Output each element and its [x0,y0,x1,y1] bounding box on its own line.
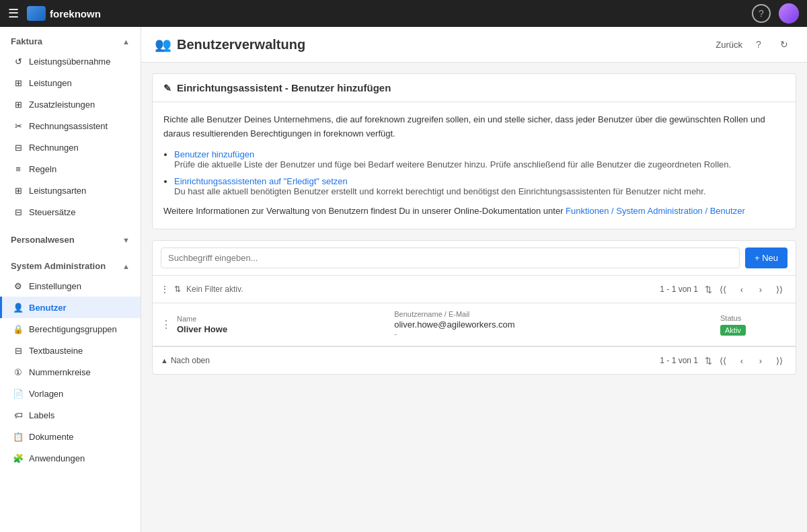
footer-pagination-next[interactable]: › [753,352,769,369]
status-column-header: Status [720,314,787,322]
app-logo: foreknown [27,6,101,21]
user-email-dash: - [394,330,720,339]
sidebar-section-header-faktura[interactable]: Faktura ▲ [0,32,141,50]
sidebar-item-anwendungen[interactable]: 🧩 Anwendungen [0,447,141,469]
toolbar-dots-icon[interactable]: ⋮ [161,284,169,294]
sidebar-item-label: Zusatzleistungen [29,100,95,110]
sidebar-item-label: Leistungsarten [29,186,86,196]
sidebar-section-label-system-admin: System Administration [11,261,106,271]
sidebar-item-label: Leistungsübernahme [29,56,110,67]
einstellungen-icon: ⚙ [13,280,24,291]
pagination-first[interactable]: ⟨⟨ [715,281,731,297]
sidebar-item-dokumente[interactable]: 📋 Dokumente [0,426,141,447]
avatar[interactable] [779,3,799,24]
setup-box: ✎ Einrichtungsassistent - Benutzer hinzu… [152,73,796,229]
cell-status: Status Aktiv [720,314,787,336]
sidebar-item-label: Benutzer [29,303,67,313]
pagination-last[interactable]: ⟩⟩ [771,281,787,297]
sidebar-item-zusatzleistungen[interactable]: ⊞ Zusatzleistungen [0,93,141,115]
setup-info-link[interactable]: Funktionen / System Administration / Ben… [566,206,745,216]
sidebar-item-label: Labels [29,410,54,420]
topbar: ☰ foreknown ? [0,0,807,27]
back-to-top-button[interactable]: ▲ Nach oben [161,356,210,365]
labels-icon: 🏷 [13,410,24,420]
sidebar-item-textbausteine[interactable]: ⊟ Textbausteine [0,340,141,361]
filter-icon[interactable]: ⇅ [174,284,181,294]
footer-pagination-prev[interactable]: ‹ [734,352,750,369]
setup-list-item-2: Einrichtungsassistenten auf "Erledigt" s… [174,176,785,196]
sidebar-item-regeln[interactable]: ≡ Regeln [0,158,141,180]
user-name: Oliver Howe [177,324,394,334]
header-help-button[interactable]: ? [749,35,768,54]
row-dots-button[interactable]: ⋮ [161,319,177,330]
setup-description: Richte alle Benutzer Deines Unternehmens… [163,113,785,141]
chevron-up-icon: ▲ [122,38,130,46]
setup-list-item-1: Benutzer hinzufügen Prüfe die aktuelle L… [174,149,785,169]
sidebar-item-nummernkreise[interactable]: ① Nummernkreise [0,361,141,383]
berechtigungsgruppen-icon: 🔒 [13,324,24,334]
sidebar-item-label: Berechtigungsgruppen [29,324,117,334]
footer-pagination-first[interactable]: ⟨⟨ [715,352,731,369]
sidebar-item-leistungsuebernahme[interactable]: ↺ Leistungsübernahme [0,50,141,72]
rechnungen-icon: ⊟ [13,142,24,153]
new-button[interactable]: + Neu [745,248,787,268]
sidebar-section-header-system-admin[interactable]: System Administration ▲ [0,257,141,275]
chevron-up-icon-sys: ▲ [122,262,130,270]
search-bar: + Neu [153,241,796,276]
table-footer: ▲ Nach oben 1 - 1 von 1 ⇅ ⟨⟨ ‹ › ⟩⟩ [153,346,796,374]
sidebar: Faktura ▲ ↺ Leistungsübernahme ⊞ Leistun… [0,27,141,532]
setup-box-body: Richte alle Benutzer Deines Unternehmens… [153,102,796,229]
leistungsuebernahme-icon: ↺ [13,56,24,67]
sidebar-item-label: Anwendungen [29,453,85,463]
sort-icon[interactable]: ⇅ [705,284,712,295]
sidebar-item-label: Textbausteine [29,346,83,356]
sidebar-item-leistungsarten[interactable]: ⊞ Leistungsarten [0,180,141,201]
pagination-next[interactable]: › [753,281,769,297]
help-button[interactable]: ? [752,4,771,23]
setup-box-header: ✎ Einrichtungsassistent - Benutzer hinzu… [153,74,796,102]
setup-info-text: Weitere Informationen zur Verwaltung von… [163,206,566,216]
email-column-header: Benutzername / E-Mail [394,310,720,318]
cell-email: Benutzername / E-Mail oliver.howe@agilew… [394,310,720,339]
sidebar-item-steuersaetze[interactable]: ⊟ Steuersätze [0,201,141,223]
sidebar-item-einstellungen[interactable]: ⚙ Einstellungen [0,275,141,297]
sidebar-item-rechnungsassistent[interactable]: ✂ Rechnungsassistent [0,115,141,137]
search-input[interactable] [161,248,740,268]
back-button[interactable]: Zurück [716,40,742,50]
page-title-icon: 👥 [155,36,171,52]
filter-text: Kein Filter aktiv. [186,284,660,294]
header-refresh-button[interactable]: ↻ [775,35,794,54]
cell-name: Name Oliver Howe [177,315,394,334]
sidebar-item-label: Rechnungsassistent [29,121,108,131]
footer-sort-icon[interactable]: ⇅ [705,356,712,366]
page-title-area: 👥 Benutzerverwaltung [155,36,305,52]
setup-link-1[interactable]: Benutzer hinzufügen [174,149,254,159]
status-badge: Aktiv [720,325,746,336]
rechnungsassistent-icon: ✂ [13,120,24,131]
pagination-prev[interactable]: ‹ [734,281,750,297]
sidebar-item-benutzer[interactable]: 👤 Benutzer [0,297,141,318]
sidebar-section-label-faktura: Faktura [11,36,42,46]
setup-header-icon: ✎ [163,83,171,93]
sidebar-section-header-personalwesen[interactable]: Personalwesen ▼ [0,231,141,249]
sidebar-item-vorlagen[interactable]: 📄 Vorlagen [0,383,141,404]
sidebar-item-leistungen[interactable]: ⊞ Leistungen [0,72,141,93]
table-row[interactable]: ⋮ Name Oliver Howe Benutzername / E-Mail… [153,303,796,346]
setup-link-2[interactable]: Einrichtungsassistenten auf "Erledigt" s… [174,176,348,186]
sidebar-item-rechnungen[interactable]: ⊟ Rechnungen [0,137,141,158]
menu-icon[interactable]: ☰ [8,6,19,21]
sidebar-item-label: Dokumente [29,432,73,442]
pagination-range: 1 - 1 von 1 [660,284,698,294]
sidebar-item-label: Nummernkreise [29,367,91,377]
sidebar-item-labels[interactable]: 🏷 Labels [0,404,141,426]
anwendungen-icon: 🧩 [13,453,24,463]
sidebar-section-faktura: Faktura ▲ ↺ Leistungsübernahme ⊞ Leistun… [0,27,141,225]
content-area: ✎ Einrichtungsassistent - Benutzer hinzu… [141,73,807,375]
avatar-image [779,3,799,24]
footer-pagination-last[interactable]: ⟩⟩ [771,352,787,369]
nummernkreise-icon: ① [13,367,24,377]
sidebar-item-berechtigungsgruppen[interactable]: 🔒 Berechtigungsgruppen [0,318,141,340]
footer-pagination-range: 1 - 1 von 1 [660,356,698,365]
page-header: 👥 Benutzerverwaltung Zurück ? ↻ [141,27,807,63]
sidebar-section-personalwesen: Personalwesen ▼ [0,225,141,252]
